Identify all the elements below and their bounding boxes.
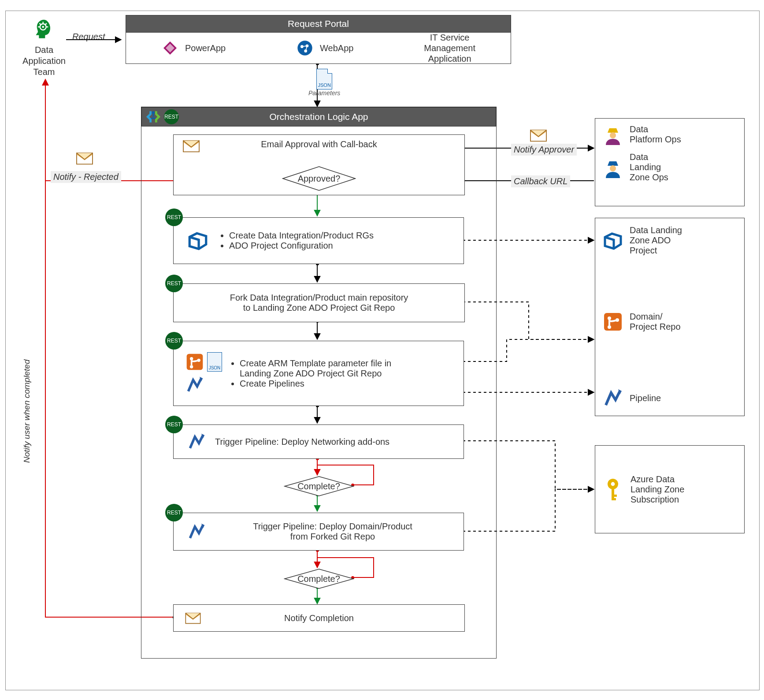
ops-box: Data Platform Ops Data Landing Zone Ops bbox=[595, 118, 745, 206]
pipeline-icon bbox=[602, 387, 623, 409]
json-file-icon: JSON bbox=[316, 69, 332, 89]
svg-point-29 bbox=[152, 111, 155, 114]
json-badge: JSON bbox=[318, 82, 331, 88]
step-notify-completion: Notify Completion bbox=[173, 604, 465, 632]
ado-icon bbox=[187, 230, 209, 252]
svg-rect-53 bbox=[612, 498, 616, 500]
actor-landing-ops: Data Landing Zone Ops bbox=[602, 152, 737, 182]
email-icon-rejected bbox=[75, 150, 94, 168]
svg-point-35 bbox=[190, 365, 193, 368]
asset-label: Pipeline bbox=[630, 393, 661, 403]
email-approval-text: Email Approval with Call-back bbox=[261, 139, 377, 149]
rest-badge: REST bbox=[165, 504, 183, 521]
json-params: JSON Parameters bbox=[308, 69, 340, 97]
pipeline-icon bbox=[187, 522, 206, 541]
ops-label: Data Landing Zone Ops bbox=[630, 152, 668, 182]
asset-label: Domain/ Project Repo bbox=[630, 312, 681, 332]
step-create-rgs: Create Data Integration/Product RGs ADO … bbox=[173, 217, 464, 264]
step-arm-pipelines: JSON Create ARM Template parameter file … bbox=[173, 341, 464, 406]
request-portal-header: Request Portal bbox=[126, 15, 511, 33]
ops-person-icon bbox=[602, 124, 623, 145]
email-icon-approver bbox=[529, 127, 548, 145]
webapp-icon bbox=[296, 39, 314, 57]
notify-text: Notify Completion bbox=[284, 613, 354, 623]
edge-request-label: Request bbox=[70, 31, 108, 43]
step3-b: Create Pipelines bbox=[240, 379, 391, 389]
actor-platform-ops: Data Platform Ops bbox=[602, 124, 737, 145]
edge-notify-rejected: Notify - Rejected bbox=[51, 171, 121, 183]
asset-domain-repo: Domain/ Project Repo bbox=[602, 311, 737, 332]
orchestration-title: Orchestration Logic App bbox=[269, 112, 368, 122]
edge-notify-completed: Notify user when completed bbox=[22, 360, 32, 463]
repo-icon bbox=[602, 311, 623, 332]
pipeline-icon bbox=[185, 375, 204, 395]
svg-point-43 bbox=[610, 165, 616, 171]
repo-icon bbox=[185, 352, 204, 372]
portal-item-webapp: WebApp bbox=[296, 39, 353, 57]
step-fork-repo: Fork Data Integration/Product main repos… bbox=[173, 283, 465, 322]
edge-notify-approver: Notify Approver bbox=[511, 144, 577, 156]
edge-callback-url: Callback URL bbox=[511, 175, 570, 187]
step1-a: Create Data Integration/Product RGs bbox=[229, 231, 374, 241]
svg-point-42 bbox=[610, 132, 616, 138]
portal-label: PowerApp bbox=[185, 43, 226, 53]
step3-a: Create ARM Template parameter file in La… bbox=[240, 358, 391, 379]
request-portal: Request Portal PowerApp WebApp IT Servic… bbox=[126, 15, 511, 64]
step4-text: Trigger Pipeline: Deploy Networking add-… bbox=[215, 437, 389, 447]
svg-rect-52 bbox=[612, 495, 617, 497]
asset-label: Data Landing Zone ADO Project bbox=[630, 225, 682, 256]
approved-text: Approved? bbox=[282, 166, 356, 191]
actor-label: Data Application Team bbox=[18, 45, 70, 78]
logic-app-icon bbox=[145, 108, 162, 125]
orchestration-header: REST Orchestration Logic App bbox=[141, 107, 496, 127]
portal-item-powerapp: PowerApp bbox=[161, 39, 226, 57]
step-email-approval: Email Approval with Call-back Approved? bbox=[173, 134, 465, 195]
orchestration-container: REST Orchestration Logic App Email Appro… bbox=[141, 107, 497, 659]
asset-ado-project: Data Landing Zone ADO Project bbox=[602, 225, 737, 256]
svg-point-23 bbox=[297, 41, 312, 55]
svg-rect-51 bbox=[612, 488, 614, 499]
rest-badge: REST bbox=[165, 416, 183, 433]
params-label: Parameters bbox=[308, 89, 340, 97]
email-icon bbox=[184, 610, 202, 625]
actor-data-app-team: Data Application Team bbox=[18, 18, 70, 78]
step1-b: ADO Project Configuration bbox=[229, 241, 374, 251]
ops-person-icon bbox=[602, 157, 623, 178]
svg-point-15 bbox=[42, 26, 44, 28]
powerapp-icon bbox=[161, 39, 179, 57]
key-icon bbox=[602, 477, 623, 502]
ops-label: Data Platform Ops bbox=[630, 124, 681, 145]
email-icon bbox=[182, 138, 201, 153]
rest-badge: REST bbox=[164, 109, 179, 124]
svg-point-34 bbox=[190, 357, 193, 360]
portal-label: WebApp bbox=[320, 43, 353, 53]
subscription-label: Azure Data Landing Zone Subscription bbox=[630, 474, 684, 505]
ado-icon bbox=[602, 230, 623, 251]
step-deploy-networking: Trigger Pipeline: Deploy Networking add-… bbox=[173, 424, 464, 459]
asset-pipeline: Pipeline bbox=[602, 387, 737, 409]
portal-item-itsm: IT Service Management Application bbox=[424, 32, 475, 64]
json-file-icon: JSON bbox=[207, 352, 222, 372]
complete2-text: Complete? bbox=[284, 568, 354, 589]
brain-head-icon bbox=[32, 18, 56, 42]
rest-badge: REST bbox=[165, 209, 183, 226]
ado-assets-box: Data Landing Zone ADO Project Domain/ Pr… bbox=[595, 218, 745, 416]
pipeline-icon bbox=[187, 432, 206, 451]
svg-point-45 bbox=[608, 316, 611, 320]
subscription-box: Azure Data Landing Zone Subscription bbox=[595, 445, 745, 533]
rest-badge: REST bbox=[165, 275, 183, 292]
complete1-text: Complete? bbox=[284, 476, 354, 497]
svg-point-50 bbox=[611, 482, 615, 486]
step-deploy-domain: Trigger Pipeline: Deploy Domain/Product … bbox=[173, 513, 464, 551]
svg-point-46 bbox=[608, 325, 611, 329]
step5-text: Trigger Pipeline: Deploy Domain/Product … bbox=[215, 521, 450, 542]
rest-badge: REST bbox=[165, 332, 183, 350]
